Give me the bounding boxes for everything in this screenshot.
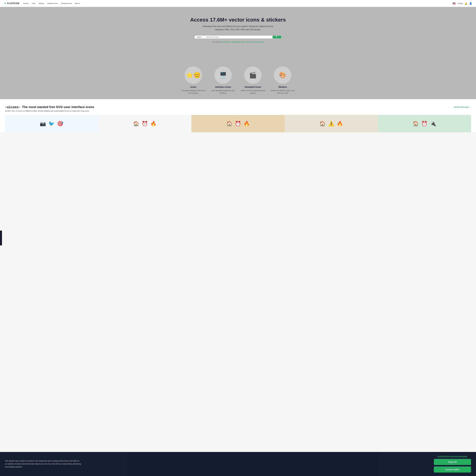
category-icons[interactable]: ⭐😊 Icons The largest database of free ic…: [181, 67, 206, 94]
category-animated-desc: Motion icons for creating stunning proje…: [240, 89, 265, 94]
search-type-label: Icons: [197, 36, 201, 38]
uicons-section: <uicons> The most wanted free SVG user i…: [0, 99, 476, 132]
user-icon[interactable]: 👤: [469, 2, 472, 5]
search-tag-business[interactable]: Business: [246, 41, 253, 43]
hero-section: Access 17.6M+ vector icons & stickers Do…: [0, 7, 476, 59]
nav-authors[interactable]: Authors: [23, 2, 29, 4]
search-bar: Icons ▾ 🔍: [195, 35, 281, 38]
icon-card-2: 🏠 ⏰ 🔥: [98, 115, 191, 132]
navbar: ▼ FLATICON Authors Icons Stickers Interf…: [0, 0, 476, 7]
nav-stickers[interactable]: Stickers: [38, 2, 44, 4]
search-type-selector[interactable]: Icons ▾: [195, 36, 204, 38]
top-searches: Top searches: Education, Technology, Use…: [2, 41, 474, 43]
uicons-header: <uicons> The most wanted free SVG user i…: [5, 105, 471, 109]
icon-card-1: 📷 🐦 🎯: [5, 115, 98, 132]
icon-card-5: 🏠 ⏰ 🔌: [378, 115, 471, 132]
icon-card-3: 🏠 ⏰ 🔥: [191, 115, 285, 132]
category-animated-circle: 🎬: [244, 67, 262, 84]
icon-cards: 📷 🐦 🎯 🏠 ⏰ 🔥 🏠 ⏰ 🔥 🏠 ⚠️ 🔥 🏠 ⏰ 🔌: [5, 115, 471, 132]
nav-more[interactable]: More ▾: [75, 2, 80, 4]
category-animated[interactable]: 🎬 Animated Icons Motion icons for creati…: [240, 67, 265, 94]
category-stickers-circle: 🎨: [274, 67, 291, 84]
uicons-subtext: 34,400+ free, UI icons in 9 different st…: [5, 110, 471, 112]
category-icons-title: Icons: [181, 86, 206, 88]
navbar-links: Authors Icons Stickers Interface Icons A…: [23, 2, 453, 4]
search-button[interactable]: 🔍: [272, 36, 281, 38]
hero-subtext: Download Free Icons and Stickers for you…: [202, 25, 274, 31]
category-interface-circle: 🖥️: [214, 67, 232, 84]
search-input[interactable]: [204, 36, 272, 38]
category-stickers-title: Stickers: [270, 86, 295, 88]
icon-card-4: 🏠 ⚠️ 🔥: [285, 115, 378, 132]
logo-text: FLATICON: [7, 2, 19, 5]
all-svg-link[interactable]: All free SVG icons →: [454, 106, 471, 108]
uicons-title: <uicons> The most wanted free SVG user i…: [5, 105, 94, 109]
category-stickers-desc: Stickers for websites, apps or any place…: [270, 89, 295, 94]
navbar-right: 🇺🇸 Pricing 🔔 👤: [453, 2, 472, 5]
logo-link[interactable]: ▼ FLATICON: [4, 2, 19, 5]
category-interface[interactable]: 🖥️ Interface Icons Icons specially desig…: [211, 67, 236, 94]
language-flag[interactable]: 🇺🇸: [453, 2, 456, 5]
search-tag-education[interactable]: Education: [223, 41, 230, 43]
chevron-down-icon: ▾: [202, 36, 202, 38]
search-icon: 🔍: [275, 36, 278, 38]
nav-interface-icons[interactable]: Interface Icons: [47, 2, 58, 4]
logo-icon: ▼: [4, 2, 6, 5]
category-icons-desc: The largest database of free icons for a…: [181, 89, 206, 94]
nav-icons[interactable]: Icons: [32, 2, 35, 4]
search-tag-people[interactable]: People: [259, 41, 264, 43]
search-tag-user[interactable]: User: [241, 41, 245, 43]
categories-section: ⭐😊 Icons The largest database of free ic…: [0, 59, 476, 99]
nav-animated-icons[interactable]: Animated Icons: [61, 2, 72, 4]
category-animated-title: Animated Icons: [240, 86, 265, 88]
pricing-link[interactable]: Pricing: [458, 2, 463, 4]
search-tag-food[interactable]: Food: [254, 41, 258, 43]
uicons-logo: <uicons>: [5, 105, 20, 109]
uicons-headline: The most wanted free SVG user interface …: [22, 105, 94, 109]
category-stickers[interactable]: 🎨 Stickers Stickers for websites, apps o…: [270, 67, 295, 94]
bell-icon[interactable]: 🔔: [465, 2, 467, 5]
search-tag-technology[interactable]: Technology: [231, 41, 240, 43]
category-interface-title: Interface Icons: [211, 86, 236, 88]
category-interface-desc: Icons specially designed for your interf…: [211, 89, 236, 94]
hero-heading: Access 17.6M+ vector icons & stickers: [2, 17, 474, 23]
category-icons-circle: ⭐😊: [185, 67, 202, 84]
